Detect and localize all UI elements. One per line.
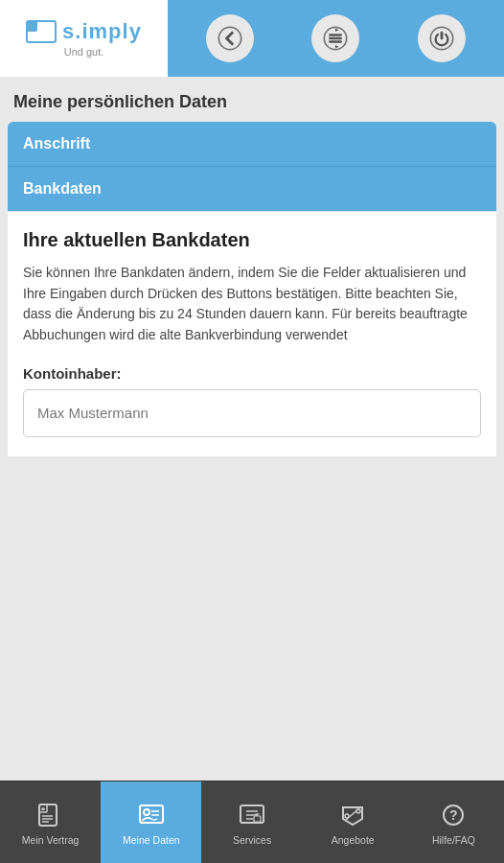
angebote-icon [335, 801, 370, 831]
sim-card-icon [26, 20, 57, 43]
header-nav [168, 14, 504, 62]
bank-card-heading: Ihre aktuellen Bankdaten [23, 229, 481, 251]
logo-subtitle: Und gut. [64, 46, 104, 58]
tab-bankdaten[interactable]: Bankdaten [8, 167, 496, 211]
nav-label-hilfe-faq: Hilfe/FAQ [432, 834, 475, 846]
nav-item-angebote[interactable]: Angebote [303, 781, 403, 863]
page-title: Meine persönlichen Daten [0, 77, 504, 122]
nav-item-services[interactable]: Services [201, 781, 302, 863]
svg-marker-5 [335, 29, 339, 33]
nav-item-meine-daten[interactable]: Meine Daten [101, 781, 201, 863]
bank-info-card: Ihre aktuellen Bankdaten Sie können Ihre… [8, 211, 496, 456]
svg-text:?: ? [449, 807, 458, 823]
power-button[interactable] [418, 14, 466, 62]
logo-area: s.imply Und gut. [0, 0, 168, 77]
back-button[interactable] [206, 14, 254, 62]
section-tabs: Anschrift Bankdaten [8, 122, 496, 211]
bottom-navigation: Mein Vertrag Meine Daten [0, 781, 504, 863]
nav-item-hilfe-faq[interactable]: ? Hilfe/FAQ [403, 781, 504, 863]
menu-button[interactable] [311, 14, 359, 62]
services-icon [235, 801, 269, 831]
svg-rect-19 [241, 805, 263, 823]
logo-text: s.imply [62, 19, 142, 44]
hilfe-faq-icon: ? [436, 801, 470, 831]
bank-card-description: Sie können Ihre Bankdaten ändern, indem … [23, 263, 481, 346]
nav-label-services: Services [233, 834, 271, 846]
main-content: Meine persönlichen Daten Anschrift Bankd… [0, 77, 504, 781]
tab-anschrift[interactable]: Anschrift [8, 122, 496, 167]
svg-point-28 [345, 814, 349, 818]
svg-rect-23 [254, 816, 261, 822]
meine-daten-icon [134, 801, 169, 831]
svg-point-0 [218, 27, 241, 49]
svg-marker-6 [335, 45, 339, 49]
nav-label-meine-daten: Meine Daten [123, 834, 180, 846]
nav-item-mein-vertrag[interactable]: Mein Vertrag [0, 781, 101, 863]
svg-point-16 [144, 809, 149, 815]
nav-label-angebote: Angebote [332, 834, 375, 846]
app-header: s.imply Und gut. [0, 0, 504, 77]
kontoinhaber-input[interactable] [23, 389, 481, 437]
nav-label-mein-vertrag: Mein Vertrag [22, 834, 80, 846]
kontoinhaber-label: Kontoinhaber: [23, 365, 481, 382]
mein-vertrag-icon [34, 801, 68, 831]
